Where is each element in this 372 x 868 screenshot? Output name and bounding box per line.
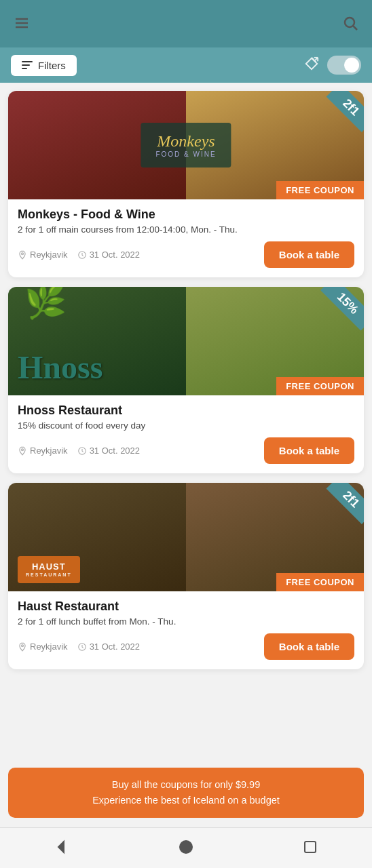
expiry-item-2: 31 Oct. 2022	[77, 446, 140, 456]
free-coupon-badge-3: FREE COUPON	[276, 573, 364, 591]
haust-logo-overlay: HAUST RESTAURANT	[18, 556, 80, 583]
home-button[interactable]	[178, 839, 194, 855]
hnoss-brand-name: Hnoss	[18, 349, 103, 386]
haust-brand-sub: RESTAURANT	[26, 572, 72, 578]
back-button[interactable]	[54, 839, 70, 855]
card-image-monkeys: Monkeys FOOD & WINE 2f1 FREE COUPON	[8, 91, 364, 199]
badge-corner-2: 15%	[316, 287, 364, 334]
restaurant-desc-3: 2 for 1 off lunch buffet from Mon. - Thu…	[18, 616, 354, 627]
pin-icon-2	[18, 446, 27, 456]
haust-logo: HAUST RESTAURANT	[18, 556, 80, 583]
svg-marker-14	[58, 842, 64, 852]
back-icon	[54, 839, 70, 855]
svg-point-12	[22, 644, 24, 646]
clock-icon-3	[77, 642, 87, 652]
svg-point-3	[345, 18, 354, 27]
svg-line-4	[354, 26, 358, 30]
expiry-item-1: 31 Oct. 2022	[77, 250, 140, 260]
restaurant-card-monkeys: Monkeys FOOD & WINE 2f1 FREE COUPON Monk…	[8, 91, 364, 277]
location-item-1: Reykjavik	[18, 250, 68, 260]
svg-point-15	[180, 841, 192, 853]
restaurant-card-haust: HAUST RESTAURANT 2f1 FREE COUPON Haust R…	[8, 483, 364, 669]
svg-point-8	[22, 252, 24, 254]
pin-icon-1	[18, 250, 27, 260]
plant-decoration: 🌿	[24, 287, 67, 321]
location-toggle[interactable]	[327, 56, 361, 75]
book-table-button-1[interactable]: Book a table	[264, 241, 354, 268]
badge-corner-3: 2f1	[316, 483, 364, 530]
monkeys-brand-sub: FOOD & WINE	[155, 151, 216, 158]
free-coupon-badge-1: FREE COUPON	[276, 181, 364, 199]
system-nav-bar	[0, 827, 372, 868]
restaurant-list: Monkeys FOOD & WINE 2f1 FREE COUPON Monk…	[0, 83, 372, 768]
card-image-haust: HAUST RESTAURANT 2f1 FREE COUPON	[8, 483, 364, 591]
card-image-hnoss: Hnoss 🌿 15% FREE COUPON	[8, 287, 364, 395]
restaurant-card-hnoss: Hnoss 🌿 15% FREE COUPON Hnoss Restaurant…	[8, 287, 364, 473]
book-table-button-2[interactable]: Book a table	[264, 437, 354, 464]
filter-label: Filters	[38, 60, 66, 71]
free-coupon-badge-2: FREE COUPON	[276, 377, 364, 395]
clock-icon-2	[77, 446, 87, 456]
location-text-1: Reykjavik	[30, 250, 68, 260]
card-footer-2: Reykjavik 31 Oct. 2022 Book a table	[18, 437, 354, 464]
card-body-haust: Haust Restaurant 2 for 1 off lunch buffe…	[8, 591, 364, 669]
restaurant-desc-2: 15% discount of food every day	[18, 420, 354, 431]
monkeys-brand-name: Monkeys	[155, 132, 216, 151]
expiry-text-3: 31 Oct. 2022	[90, 642, 140, 652]
promo-line1: Buy all the coupons for only $9.99	[19, 777, 353, 793]
card-body-monkeys: Monkeys - Food & Wine 2 for 1 off main c…	[8, 199, 364, 277]
right-controls	[304, 56, 361, 75]
pin-icon-3	[18, 642, 27, 652]
expiry-text-1: 31 Oct. 2022	[90, 250, 140, 260]
home-icon	[178, 839, 194, 855]
restaurant-desc-1: 2 for 1 off main courses from 12:00-14:0…	[18, 224, 354, 235]
restaurant-name-3: Haust Restaurant	[18, 599, 354, 614]
location-item-3: Reykjavik	[18, 642, 68, 652]
restaurant-name-1: Monkeys - Food & Wine	[18, 208, 354, 222]
svg-point-10	[22, 448, 24, 450]
location-text-2: Reykjavik	[30, 446, 68, 456]
badge-corner-1: 2f1	[316, 91, 364, 138]
menu-button[interactable]	[14, 15, 30, 33]
card-footer-3: Reykjavik 31 Oct. 2022 Book a table	[18, 633, 354, 660]
filters-button[interactable]: Filters	[11, 55, 77, 76]
badge-label-1: 2f1	[327, 91, 364, 132]
filter-icon	[22, 61, 33, 69]
location-item-2: Reykjavik	[18, 446, 68, 456]
card-meta-1: Reykjavik 31 Oct. 2022	[18, 250, 140, 260]
svg-rect-16	[305, 842, 316, 852]
location-text-3: Reykjavik	[30, 642, 68, 652]
badge-label-3: 2f1	[327, 483, 364, 524]
clock-icon-1	[77, 250, 87, 260]
search-icon	[342, 15, 358, 33]
promo-banner[interactable]: Buy all the coupons for only $9.99 Exper…	[8, 768, 364, 818]
recent-button[interactable]	[302, 839, 318, 855]
filter-bar: Filters	[0, 47, 372, 83]
expiry-item-3: 31 Oct. 2022	[77, 642, 140, 652]
promo-line2: Experience the best of Iceland on a budg…	[19, 793, 353, 808]
card-meta-2: Reykjavik 31 Oct. 2022	[18, 446, 140, 456]
monkeys-logo-overlay: Monkeys FOOD & WINE	[141, 123, 231, 167]
restaurant-name-2: Hnoss Restaurant	[18, 403, 354, 418]
location-icon	[304, 56, 319, 74]
book-table-button-3[interactable]: Book a table	[264, 633, 354, 660]
card-footer-1: Reykjavik 31 Oct. 2022 Book a table	[18, 241, 354, 268]
haust-brand-name: HAUST	[26, 561, 72, 572]
expiry-text-2: 31 Oct. 2022	[90, 446, 140, 456]
search-button[interactable]	[342, 15, 358, 33]
hnoss-brand-overlay: Hnoss	[18, 349, 103, 386]
recent-icon	[302, 839, 318, 855]
card-meta-3: Reykjavik 31 Oct. 2022	[18, 642, 140, 652]
card-body-hnoss: Hnoss Restaurant 15% discount of food ev…	[8, 395, 364, 473]
app-header	[0, 0, 372, 47]
hamburger-icon	[14, 15, 30, 33]
badge-label-2: 15%	[320, 287, 364, 330]
